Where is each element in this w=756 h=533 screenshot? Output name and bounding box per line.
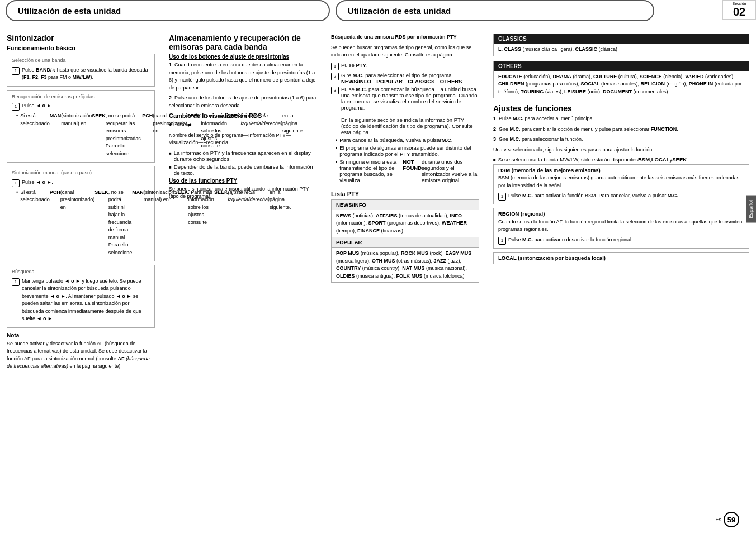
rds-sequence: Nombre del servicio de programa—Informac… bbox=[169, 132, 317, 147]
region-step1: 1 Pulse M.C. para activar o desactivar l… bbox=[498, 236, 744, 245]
bsm-step-num: 1 bbox=[498, 193, 506, 201]
step-m1-text: Pulse ◄ o ►. bbox=[22, 179, 53, 187]
step-num-pty2: 2 bbox=[331, 73, 339, 80]
region-body: Cuando se usa la función AF, la función … bbox=[498, 218, 744, 234]
pty-popular-header: POPULAR bbox=[332, 237, 479, 248]
ajustes-step3: 3 Gire M.C. para seleccionar la función. bbox=[493, 136, 749, 144]
page-es-label: Es bbox=[715, 517, 721, 522]
page-num-bar: Es 59 bbox=[715, 512, 739, 527]
step-num-b1: 1 bbox=[12, 278, 20, 286]
step-1-banda: 1 Pulse BAND/♫ hasta que se visualice la… bbox=[12, 66, 150, 82]
uso-pty-title: Uso de las funciones PTY bbox=[169, 178, 317, 184]
step-pty1-text: Pulse PTY. bbox=[341, 62, 368, 70]
bsm-step1: 1 Pulse M.C. para activar la función BSM… bbox=[498, 192, 744, 201]
ajustes-note1: Si se selecciona la banda MW/LW, sólo es… bbox=[493, 156, 749, 163]
box-manual-label: Sintonización manual (paso a paso) bbox=[12, 169, 150, 177]
step-num-pty3: 3 bbox=[331, 87, 339, 94]
section-badge: Sección 02 bbox=[722, 0, 756, 20]
step-num-1: 1 bbox=[12, 67, 20, 75]
bullet-pty1: Para cancelar la búsqueda, vuelva a puls… bbox=[331, 137, 479, 143]
others-header: OTHERS bbox=[494, 61, 749, 71]
busqueda-rds-intro: Búsqueda de una emisora RDS por informac… bbox=[331, 34, 479, 41]
box-manual: Sintonización manual (paso a paso) 1 Pul… bbox=[7, 166, 155, 261]
almacenamiento-p2: 2 Pulse uno de los botones de ajuste de … bbox=[169, 94, 317, 110]
step-num-r1: 1 bbox=[12, 103, 20, 111]
lista-pty-title: Lista PTY bbox=[331, 191, 479, 197]
pty-popular-body: POP MUS (música popular), ROCK MUS (rock… bbox=[332, 248, 479, 282]
pty-news-info: NEWS/INFO NEWS (noticias), AFFAIRS (tema… bbox=[331, 199, 479, 238]
step-1-recuperacion: 1 Pulse ◄ o ►. bbox=[12, 102, 150, 111]
box-seleccion-banda: Selección de una banda 1 Pulse BAND/♫ ha… bbox=[7, 54, 155, 87]
step-1-manual: 1 Pulse ◄ o ►. bbox=[12, 179, 150, 187]
step-pty2-text: Gire M.C. para seleccionar el tipo de pr… bbox=[341, 72, 462, 84]
pulse-rds: ● Pulse ⇄. bbox=[169, 121, 317, 129]
step-num-pty1: 1 bbox=[331, 63, 339, 70]
classics-header: CLASSICS bbox=[494, 34, 749, 44]
others-box: OTHERS EDUCATE (educación), DRAMA (drama… bbox=[493, 61, 749, 99]
step-b1-text: Mantenga pulsado ◄ o ► y luego suéltelo.… bbox=[22, 278, 150, 323]
header-bar-left: Utilización de esta unidad bbox=[6, 0, 330, 21]
box-busqueda: Búsqueda 1 Mantenga pulsado ◄ o ► y lueg… bbox=[7, 265, 155, 328]
bsm-step1-text: Pulse M.C. para activar la función BSM. … bbox=[508, 192, 678, 201]
pty-intro: Se puede sintonizar una emisora utilizan… bbox=[169, 185, 317, 201]
ajustes-title: Ajustes de funciones bbox=[493, 104, 749, 113]
section-label: Sección bbox=[725, 2, 753, 6]
nota-text: Se puede activar y desactivar la función… bbox=[7, 340, 155, 370]
rds-note2: Dependiendo de la banda, puede cambiarse… bbox=[169, 164, 317, 176]
section-number: 02 bbox=[725, 6, 753, 18]
others-body: EDUCATE (educación), DRAMA (drama), CULT… bbox=[494, 71, 749, 98]
uso-botones-title: Uso de los botones de ajuste de presinto… bbox=[169, 54, 317, 60]
cambio-rds-title: Cambio de la visualización RDS bbox=[169, 112, 317, 119]
step-num-m1: 1 bbox=[12, 179, 20, 187]
pty-popular: POPULAR POP MUS (música popular), ROCK M… bbox=[331, 237, 479, 283]
bsm-title: BSM (memoria de las mejores emisoras) bbox=[498, 166, 744, 174]
bullet-pty2: El programa de algunas emisoras puede se… bbox=[331, 145, 479, 157]
col-right: CLASSICS L. CLASS (música clásica ligera… bbox=[486, 28, 756, 533]
nota-title: Nota bbox=[7, 332, 155, 339]
rds-note1: La información PTY y la frecuencia apare… bbox=[169, 150, 317, 162]
bsm-body: BSM (memoria de las mejores emisoras) gu… bbox=[498, 174, 744, 189]
step-pty-2: 2 Gire M.C. para seleccionar el tipo de … bbox=[331, 72, 479, 84]
header-bar-right: Utilización de esta unidad bbox=[336, 0, 654, 21]
funcionamiento-title: Funcionamiento básico bbox=[7, 45, 155, 51]
content-area: Sintonizador Funcionamiento básico Selec… bbox=[0, 28, 756, 533]
region-box: REGION (regional) Cuando se usa la funci… bbox=[493, 208, 749, 248]
ajustes-step1: 1 Pulse M.C. para acceder al menú princi… bbox=[493, 115, 749, 123]
ajustes-step2: 2 Gire M.C. para cambiar la opción de me… bbox=[493, 126, 749, 134]
step-pty-3: 3 Pulse M.C. para comenzar la búsqueda. … bbox=[331, 86, 479, 135]
header-title-right: Utilización de esta unidad bbox=[348, 6, 451, 16]
step-1-busqueda: 1 Mantenga pulsado ◄ o ► y luego suéltel… bbox=[12, 278, 150, 323]
region-step1-text: Pulse M.C. para activar o desactivar la … bbox=[508, 236, 633, 245]
almacenamiento-p1: 1 Cuando encuentre la emisora que desea … bbox=[169, 61, 317, 92]
col-mid-right: Búsqueda de una emisora RDS por informac… bbox=[324, 28, 486, 533]
classics-box: CLASSICS L. CLASS (música clásica ligera… bbox=[493, 34, 749, 56]
col-mid-left: Almacenamiento y recuperación de emisora… bbox=[162, 28, 324, 533]
classics-body: L. CLASS (música clásica ligera), CLASSI… bbox=[494, 44, 749, 56]
page-number: 59 bbox=[724, 512, 739, 527]
bullet-pty3: Si ninguna emisora está transmitiendo el… bbox=[331, 159, 479, 183]
bullet-recuperacion: Si está seleccionado MAN (sintonización … bbox=[12, 112, 150, 158]
box-recuperacion: Recuperación de emisoras prefijadas 1 Pu… bbox=[7, 90, 155, 163]
header-title-left: Utilización de esta unidad bbox=[18, 6, 121, 16]
local-title: LOCAL (sintonización por búsqueda local) bbox=[498, 254, 744, 262]
box-seleccion-label: Selección de una banda bbox=[12, 57, 150, 65]
ajustes-step3b: Una vez seleccionada, siga los siguiente… bbox=[493, 146, 749, 154]
step-pty-1: 1 Pulse PTY. bbox=[331, 62, 479, 70]
local-box: LOCAL (sintonización por búsqueda local) bbox=[493, 252, 749, 264]
box-busqueda-label: Búsqueda bbox=[12, 268, 150, 276]
pty-news-body: NEWS (noticias), AFFAIRS (temas de actua… bbox=[332, 210, 479, 237]
pty-news-header: NEWS/INFO bbox=[332, 200, 479, 210]
sintonizador-title: Sintonizador bbox=[7, 34, 155, 42]
region-step-num: 1 bbox=[498, 237, 506, 245]
bsm-box: BSM (memoria de las mejores emisoras) BS… bbox=[493, 164, 749, 204]
bullet-manual: Si está seleccionado PCH (canal presinto… bbox=[12, 189, 150, 257]
almacenamiento-title: Almacenamiento y recuperación de emisora… bbox=[169, 34, 317, 51]
busqueda-rds-para: Se pueden buscar programas de tipo gener… bbox=[331, 44, 479, 59]
step-pty3-text: Pulse M.C. para comenzar la búsqueda. La… bbox=[341, 86, 479, 135]
box-recuperacion-label: Recuperación de emisoras prefijadas bbox=[12, 93, 150, 101]
col-left: Sintonizador Funcionamiento básico Selec… bbox=[0, 28, 162, 533]
step-1-text: Pulse BAND/♫ hasta que se visualice la b… bbox=[22, 66, 150, 82]
step-r1-text: Pulse ◄ o ►. bbox=[22, 102, 53, 111]
region-title: REGION (regional) bbox=[498, 210, 744, 218]
nota-section: Nota Se puede activar y desactivar la fu… bbox=[7, 332, 155, 370]
